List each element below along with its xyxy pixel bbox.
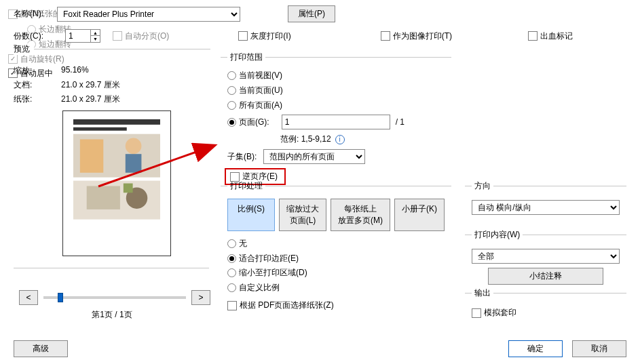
svg-rect-3 (80, 140, 103, 173)
print-handling-group: 打印处理 比例(S) 缩放过大页面(L) 每张纸上放置多页(M) 小册子(K) … (221, 180, 451, 316)
choose-paper-checkbox[interactable]: 根据 PDF页面选择纸张(Z) (227, 300, 334, 311)
tab-scale[interactable]: 比例(S) (227, 199, 275, 231)
preview-legend: 预览 (14, 43, 34, 55)
printer-select[interactable]: Foxit Reader Plus Printer (57, 7, 240, 22)
tab-multi-per-sheet[interactable]: 每张纸上放置多页(M) (331, 199, 390, 231)
scale-none-radio[interactable]: 无 (227, 238, 247, 249)
doc-value: 21.0 x 29.7 厘米 (61, 79, 120, 91)
preview-slider[interactable] (43, 296, 186, 299)
grayscale-checkbox[interactable]: 灰度打印(I) (238, 31, 290, 42)
bleed-checkbox[interactable]: 出血标记 (528, 31, 573, 42)
current-view-radio[interactable]: 当前视图(V) (227, 70, 282, 81)
simulate-overprint-checkbox[interactable]: 模拟套印 (472, 307, 516, 319)
pages-example: 范例: 1,5-9,12 (280, 134, 331, 145)
pages-radio[interactable]: 页面(G): (227, 117, 269, 128)
all-pages-radio[interactable]: 所有页面(A) (227, 100, 282, 111)
svg-rect-7 (87, 186, 120, 209)
zoom-label: 缩放: (14, 65, 61, 77)
printer-name-label: 名称(N): (14, 8, 57, 20)
orientation-legend: 方向 (472, 180, 493, 192)
print-content-select[interactable]: 全部 (472, 249, 620, 264)
tab-large-pages[interactable]: 缩放过大页面(L) (279, 199, 326, 231)
tab-booklet[interactable]: 小册子(K) (394, 199, 445, 231)
print-range-group: 打印范围 当前视图(V) 当前页面(U) 所有页面(A) 页面(G): / 1 … (221, 52, 451, 170)
page-indicator: 第1页 / 1页 (14, 309, 210, 321)
scale-shrink-radio[interactable]: 缩小至打印区域(D) (227, 267, 307, 279)
paper-label: 纸张: (14, 94, 61, 105)
properties-button[interactable]: 属性(P) (288, 5, 335, 22)
print-content-legend: 打印内容(W) (472, 229, 523, 241)
copies-spinner[interactable]: ▲▼ (65, 29, 100, 43)
svg-rect-1 (73, 127, 127, 131)
orientation-select[interactable]: 自动 横向/纵向 (472, 200, 620, 215)
spinner-up-icon[interactable]: ▲ (90, 30, 100, 36)
subset-select[interactable]: 范围内的所有页面 (263, 149, 365, 164)
pages-input[interactable] (282, 115, 390, 129)
collate-checkbox: 自动分页(O) (113, 31, 169, 42)
subset-label: 子集(B): (227, 151, 257, 163)
doc-label: 文档: (14, 79, 61, 91)
print-as-image-checkbox[interactable]: 作为图像打印(T) (381, 31, 452, 42)
preview-prev-button[interactable]: < (19, 290, 38, 305)
scale-fit-radio[interactable]: 适合打印边距(E) (227, 253, 299, 264)
svg-rect-5 (126, 154, 142, 173)
current-page-radio[interactable]: 当前页面(U) (227, 85, 283, 96)
print-handling-legend: 打印处理 (227, 180, 265, 192)
svg-point-4 (126, 138, 142, 155)
print-content-group: 打印内容(W) 全部 小结注释 (465, 229, 626, 279)
slider-thumb[interactable] (58, 293, 63, 302)
orientation-group: 方向 自动 横向/纵向 (465, 180, 626, 221)
paper-value: 21.0 x 29.7 厘米 (61, 94, 120, 105)
page-preview (62, 110, 171, 256)
print-range-legend: 打印范围 (227, 52, 265, 63)
preview-thumbnail-image (73, 119, 160, 220)
info-icon[interactable]: i (335, 135, 345, 144)
copies-label: 份数(C): (14, 31, 57, 42)
preview-next-button[interactable]: > (191, 290, 210, 305)
summarize-comments-button[interactable]: 小结注释 (488, 268, 603, 285)
zoom-value: 95.16% (61, 65, 89, 77)
output-legend: 输出 (472, 287, 493, 299)
scale-custom-radio[interactable]: 自定义比例 (227, 282, 280, 294)
spinner-down-icon[interactable]: ▼ (90, 36, 100, 42)
svg-rect-9 (124, 184, 133, 193)
copies-input[interactable] (66, 30, 90, 42)
pages-total: / 1 (396, 117, 404, 127)
cancel-button[interactable]: 取消 (572, 340, 626, 357)
ok-button[interactable]: 确定 (508, 340, 563, 357)
svg-rect-0 (73, 119, 160, 125)
output-group: 输出 模拟套印 (465, 287, 626, 320)
advanced-button[interactable]: 高级 (14, 340, 68, 357)
